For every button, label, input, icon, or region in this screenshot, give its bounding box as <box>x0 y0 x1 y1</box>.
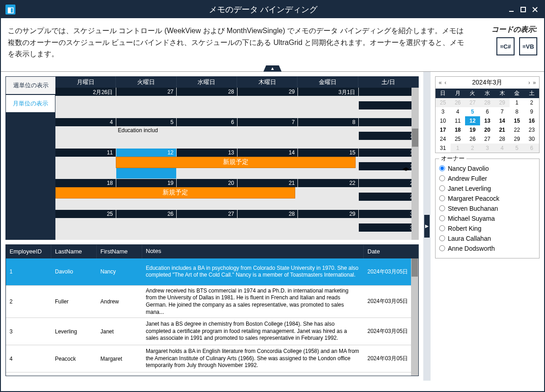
mini-cal-day[interactable]: 2 <box>524 98 539 107</box>
mini-cal-day[interactable]: 2 <box>465 144 480 153</box>
mini-cal-day[interactable]: 21 <box>495 125 510 134</box>
owner-item[interactable]: Robert King <box>439 223 535 233</box>
mini-cal-day[interactable]: 1 <box>451 144 466 153</box>
mini-cal-day[interactable]: 13 <box>480 116 495 125</box>
mini-cal-day[interactable]: 26 <box>451 98 466 107</box>
grid-scrollbar[interactable] <box>411 258 418 376</box>
mini-cal-day[interactable]: 4 <box>451 107 466 116</box>
mini-cal-day[interactable]: 5 <box>510 144 525 153</box>
mini-cal-day[interactable]: 23 <box>524 125 539 134</box>
mini-cal-day[interactable]: 30 <box>524 134 539 144</box>
calendar-cell[interactable]: 6 <box>177 118 237 148</box>
col-notes[interactable]: Notes <box>142 245 364 258</box>
calendar-cell[interactable]: 28 <box>177 88 237 118</box>
mini-cal-day[interactable]: 19 <box>465 125 480 134</box>
calendar-cell[interactable]: 25 <box>55 210 116 240</box>
mini-cal-day[interactable]: 9 <box>524 107 539 116</box>
mini-cal-day[interactable]: 22 <box>510 125 525 134</box>
owner-item[interactable]: Nancy Davolio <box>439 164 535 174</box>
appointment-2[interactable]: 新規予定 <box>55 187 295 198</box>
owner-item[interactable]: Janet Leverling <box>439 184 535 194</box>
calendar-cell[interactable]: 4 <box>55 118 116 148</box>
csharp-button[interactable]: ≡C# <box>496 37 515 55</box>
owner-radio[interactable] <box>439 245 445 251</box>
collapse-tab[interactable]: ▲ <box>263 65 282 72</box>
prev-month-button[interactable]: ‹ <box>443 79 448 86</box>
table-row[interactable]: 1DavolioNancyEducation includes a BA in … <box>6 258 418 286</box>
table-row[interactable]: 3LeverlingJanetJanet has a BS degree in … <box>6 318 418 345</box>
owner-radio[interactable] <box>439 165 445 171</box>
calendar-cell[interactable]: 29 <box>298 210 358 240</box>
mini-cal-day[interactable]: 5 <box>465 107 480 116</box>
minimize-button[interactable] <box>507 5 516 14</box>
calendar-cell[interactable]: 27 <box>116 88 177 118</box>
mini-cal-day[interactable]: 18 <box>451 125 466 134</box>
calendar-cell[interactable]: 29 <box>238 88 298 118</box>
prev-year-button[interactable]: « <box>437 79 443 86</box>
col-lastname[interactable]: LastName <box>51 245 97 258</box>
splitter-handle[interactable]: ▶ <box>424 215 430 238</box>
calendar-cell[interactable]: 1617 <box>359 149 419 179</box>
mini-cal-day[interactable]: 25 <box>451 134 466 144</box>
col-employeeid[interactable]: EmployeeID <box>6 245 51 258</box>
calendar-scrollbar[interactable] <box>411 88 419 240</box>
next-month-button[interactable]: › <box>527 79 531 86</box>
owner-radio[interactable] <box>439 225 445 231</box>
mini-cal-day[interactable]: 15 <box>510 116 525 125</box>
appointment-1[interactable]: 新規予定 <box>116 157 356 168</box>
splitter[interactable]: ▶ <box>423 72 431 381</box>
mini-cal-day[interactable]: 6 <box>480 107 495 116</box>
mini-cal-day[interactable]: 1 <box>510 98 525 107</box>
calendar-cell[interactable]: 7 <box>238 118 298 148</box>
tab-month-view[interactable]: 月単位の表示 <box>5 94 55 113</box>
owner-item[interactable]: Andrew Fuller <box>439 174 535 184</box>
mini-cal-day[interactable]: 17 <box>436 125 451 134</box>
owner-radio[interactable] <box>439 185 445 191</box>
mini-cal-day[interactable]: 3 <box>436 107 451 116</box>
next-year-button[interactable]: » <box>531 79 537 86</box>
owner-radio[interactable] <box>439 195 445 201</box>
calendar-cell[interactable]: 27 <box>177 210 237 240</box>
mini-cal-day[interactable]: 25 <box>436 98 451 107</box>
mini-cal-title[interactable]: 2024年3月 <box>448 79 527 87</box>
owner-radio[interactable] <box>439 175 445 181</box>
mini-cal-day[interactable]: 10 <box>436 116 451 125</box>
calendar-cell[interactable]: 22 <box>298 179 358 209</box>
owner-item[interactable]: Margaret Peacock <box>439 194 535 203</box>
owner-radio[interactable] <box>439 205 445 211</box>
mini-cal-day[interactable]: 12 <box>465 116 480 125</box>
mini-cal-day[interactable]: 31 <box>436 144 451 153</box>
mini-cal-day[interactable]: 28 <box>480 98 495 107</box>
mini-cal-day[interactable]: 29 <box>510 134 525 144</box>
cell-note[interactable]: Education includ <box>116 126 177 134</box>
calendar-cell[interactable]: 2324 <box>359 179 419 209</box>
close-button[interactable] <box>530 5 540 14</box>
col-date[interactable]: Date <box>364 245 418 258</box>
mini-cal-day[interactable]: 29 <box>495 98 510 107</box>
owner-item[interactable]: Michael Suyama <box>439 213 535 223</box>
col-firstname[interactable]: FirstName <box>97 245 142 258</box>
mini-cal-day[interactable]: 28 <box>495 134 510 144</box>
mini-cal-day[interactable]: 14 <box>495 116 510 125</box>
mini-cal-day[interactable]: 20 <box>480 125 495 134</box>
owner-item[interactable]: Anne Dodsworth <box>439 243 535 253</box>
maximize-button[interactable] <box>519 5 528 14</box>
calendar-cell[interactable]: 910 <box>359 118 419 148</box>
owner-radio[interactable] <box>439 235 445 241</box>
mini-cal-day[interactable]: 8 <box>510 107 525 116</box>
calendar-cell[interactable]: 26 <box>116 210 177 240</box>
mini-cal-day[interactable]: 27 <box>480 134 495 144</box>
calendar-cell[interactable]: 11 <box>55 149 116 179</box>
mini-cal-day[interactable]: 4 <box>495 144 510 153</box>
tab-week-view[interactable]: 週単位の表示 <box>5 76 55 94</box>
mini-cal-day[interactable]: 16 <box>524 116 539 125</box>
table-row[interactable]: 4PeacockMargaretMargaret holds a BA in E… <box>6 345 418 372</box>
calendar-grid[interactable]: 月曜日火曜日水曜日木曜日金曜日土/日 2月26日2728293月1日2345Ed… <box>55 76 419 240</box>
calendar-cell[interactable]: 3月1日 <box>298 88 358 118</box>
calendar-cell[interactable]: 5Education includ <box>116 118 177 148</box>
mini-cal-day[interactable]: 27 <box>465 98 480 107</box>
owner-item[interactable]: Laura Callahan <box>439 233 535 243</box>
calendar-cell[interactable]: 3031 <box>359 210 419 240</box>
vb-button[interactable]: ≡VB <box>519 37 537 55</box>
owner-radio[interactable] <box>439 215 445 221</box>
